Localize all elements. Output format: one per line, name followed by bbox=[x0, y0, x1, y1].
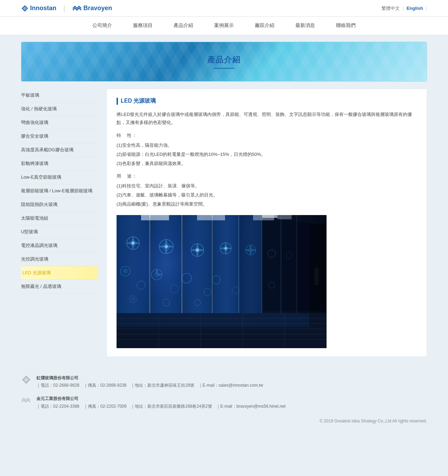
lang-separator2: | bbox=[426, 6, 427, 11]
led-glass-svg bbox=[117, 215, 327, 348]
logo-innostan[interactable]: Innostan bbox=[21, 5, 56, 12]
logo-area: Innostan | Bravoyen bbox=[21, 4, 112, 12]
svg-rect-58 bbox=[310, 224, 327, 311]
glass-panels bbox=[117, 215, 327, 348]
company2-address: 新北市新莊區新樂路268巷24弄2號 bbox=[147, 404, 212, 409]
svg-rect-54 bbox=[281, 220, 297, 311]
features-content: (1)安全性高，隔音能力強。 (2)節省能源：白光LED的耗電量是一般燈泡的10… bbox=[117, 141, 417, 168]
hero-title: 產品介紹 bbox=[28, 55, 420, 65]
svg-point-60 bbox=[314, 267, 318, 271]
footer-company1-details: ｜電話：02-2668-9628 ｜傳真：02-2668-9238 ｜地址：新北… bbox=[36, 383, 263, 388]
language-area: 繁體中文 | English | bbox=[382, 5, 427, 12]
sidebar-item-curved[interactable]: 彎曲強化玻璃 bbox=[21, 116, 98, 130]
navigation: 公司簡介 服務項目 產品介紹 案例展示 廠區介紹 最新消息 聯絡我們 bbox=[0, 17, 448, 35]
sidebar-item-lcd[interactable]: 電控液晶調光玻璃 bbox=[21, 239, 98, 253]
svg-rect-50 bbox=[262, 219, 281, 311]
content-title-text: LED 光源玻璃 bbox=[121, 97, 156, 105]
sidebar-item-ceramic[interactable]: 彩釉烤漆玻璃 bbox=[21, 157, 98, 171]
footer-company2: 金元工業股份有限公司 ｜電話：02-2204-3388 ｜傳真：02-2202-… bbox=[21, 395, 427, 410]
footer-company2-name: 金元工業股份有限公司 bbox=[36, 396, 78, 401]
lang-en[interactable]: English bbox=[407, 6, 423, 11]
nav-news[interactable]: 最新消息 bbox=[295, 17, 315, 35]
svg-rect-74 bbox=[253, 215, 274, 220]
company2-tel: 02-2204-3388 bbox=[53, 404, 79, 409]
svg-rect-38 bbox=[213, 215, 239, 313]
svg-rect-76 bbox=[117, 215, 215, 313]
footer-logo-bravoyen bbox=[21, 395, 31, 406]
sidebar-item-led[interactable]: LED 光源玻璃 bbox=[21, 266, 98, 280]
company1-address: 新北市蘆林區味王街28號 bbox=[147, 383, 194, 388]
content-title: LED 光源玻璃 bbox=[117, 97, 417, 105]
sidebar-item-fireproof[interactable]: 阻焰阻熱防火玻璃 bbox=[21, 198, 98, 212]
company1-fax: 02-2668-9238 bbox=[100, 383, 127, 388]
svg-rect-71 bbox=[117, 313, 309, 327]
footer-company2-info: 金元工業股份有限公司 ｜電話：02-2204-3388 ｜傳真：02-2202-… bbox=[36, 395, 286, 410]
footer: 虹燿玻璃股份有限公司 ｜電話：02-2668-9628 ｜傳真：02-2668-… bbox=[0, 364, 448, 430]
logo-divider: | bbox=[63, 4, 65, 12]
footer-company1: 虹燿玻璃股份有限公司 ｜電話：02-2668-9628 ｜傳真：02-2668-… bbox=[21, 374, 427, 389]
svg-rect-56 bbox=[296, 215, 297, 313]
use-item-1: (1)科技住宅、室內設計、裝潢、傢俱等。 bbox=[117, 181, 417, 191]
sidebar-item-light-control[interactable]: 光控調光玻璃 bbox=[21, 253, 98, 266]
svg-rect-49 bbox=[261, 215, 262, 313]
footer-logo-innostan bbox=[21, 374, 31, 385]
header: Innostan | Bravoyen 繁體中文 | English | bbox=[0, 0, 448, 17]
feature-item-1: (1)安全性高，隔音能力強。 bbox=[117, 141, 417, 150]
nav-factory[interactable]: 廠區介紹 bbox=[255, 17, 274, 35]
features-label: 特 性： bbox=[117, 132, 417, 139]
sidebar: 平板玻璃 強化 / 熱硬化玻璃 彎曲強化玻璃 膠合安全玻璃 高強度高承載DG膠合… bbox=[21, 89, 98, 294]
bravoyen-logo-icon bbox=[72, 5, 82, 12]
svg-rect-46 bbox=[239, 215, 262, 313]
lang-separator: | bbox=[402, 6, 404, 11]
innostan-label: Innostan bbox=[30, 5, 56, 12]
nav-cases[interactable]: 案例展示 bbox=[214, 17, 234, 35]
footer-copyright: © 2019 Greatest Idea Strategy Co.,Ltd Al… bbox=[21, 416, 427, 423]
svg-rect-53 bbox=[281, 215, 281, 313]
svg-point-41 bbox=[224, 247, 227, 250]
content-intro: 將LED發光元件嵌入於膠合玻璃中或複層玻璃內側旁，具節能、可透視、照明、裝飾、文… bbox=[117, 110, 417, 127]
sidebar-item-infinity[interactable]: 無限霧光 / 晶透玻璃 bbox=[21, 280, 98, 294]
company1-email: sales@innostan.com.tw bbox=[219, 383, 263, 388]
svg-rect-44 bbox=[238, 215, 239, 313]
sidebar-item-multilayer[interactable]: 複層節能玻璃 / Low-E複層節能玻璃 bbox=[21, 184, 98, 198]
svg-rect-59 bbox=[314, 271, 318, 285]
company1-tel: 02-2668-9628 bbox=[53, 383, 79, 388]
logo-bravoyen[interactable]: Bravoyen bbox=[72, 5, 112, 12]
main-container: 平板玻璃 強化 / 熱硬化玻璃 彎曲強化玻璃 膠合安全玻璃 高強度高承載DG膠合… bbox=[21, 89, 427, 357]
sidebar-item-dg[interactable]: 高強度高承載DG膠合玻璃 bbox=[21, 143, 98, 157]
footer-company1-info: 虹燿玻璃股份有限公司 ｜電話：02-2668-9628 ｜傳真：02-2668-… bbox=[36, 374, 263, 389]
sidebar-item-flat-glass[interactable]: 平板玻璃 bbox=[21, 89, 98, 102]
company2-fax: 02-2202-7009 bbox=[100, 404, 127, 409]
svg-rect-57 bbox=[297, 222, 310, 311]
innostan-diamond-icon bbox=[21, 5, 29, 12]
uses-label: 用 途： bbox=[117, 173, 417, 179]
feature-item-3: (3)色彩多變，兼具節能與溫效果。 bbox=[117, 159, 417, 168]
hero-underline bbox=[214, 68, 234, 69]
nav-products[interactable]: 產品介紹 bbox=[174, 17, 193, 35]
sidebar-item-u-shape[interactable]: U型玻璃 bbox=[21, 225, 98, 239]
use-item-2: (2)汽車、遊艇、玻璃帷幕牆等，吸引眾人的目光。 bbox=[117, 191, 417, 200]
company2-email: bravoyen@ms56.hinet.net bbox=[237, 404, 286, 409]
hero-banner: 產品介紹 bbox=[21, 42, 427, 82]
feature-item-2: (2)節省能源：白光LED的耗電量是一般燈泡的10%~15%，日光燈的50%。 bbox=[117, 150, 417, 159]
bravoyen-label: Bravoyen bbox=[83, 5, 112, 12]
content-area: LED 光源玻璃 將LED發光元件嵌入於膠合玻璃中或複層玻璃內側旁，具節能、可透… bbox=[106, 89, 427, 357]
footer-company2-details: ｜電話：02-2204-3388 ｜傳真：02-2202-7009 ｜地址：新北… bbox=[36, 404, 286, 409]
use-item-3: (3)商品櫥櫃(窗)、意象景觀設計等商業空間。 bbox=[117, 200, 417, 209]
svg-rect-75 bbox=[278, 215, 292, 219]
nav-services[interactable]: 服務項目 bbox=[133, 17, 153, 35]
sidebar-item-laminated[interactable]: 膠合安全玻璃 bbox=[21, 130, 98, 143]
sidebar-item-tempered[interactable]: 強化 / 熱硬化玻璃 bbox=[21, 102, 98, 116]
nav-about[interactable]: 公司簡介 bbox=[92, 17, 112, 35]
uses-content: (1)科技住宅、室內設計、裝潢、傢俱等。 (2)汽車、遊艇、玻璃帷幕牆等，吸引眾… bbox=[117, 181, 417, 209]
sidebar-item-lowe[interactable]: Low-E真空節能玻璃 bbox=[21, 171, 98, 184]
lang-zh[interactable]: 繁體中文 bbox=[382, 5, 400, 12]
sidebar-item-solar[interactable]: 太陽能電池組 bbox=[21, 212, 98, 225]
title-bar-icon bbox=[117, 98, 118, 105]
footer-company1-name: 虹燿玻璃股份有限公司 bbox=[36, 375, 78, 380]
product-image bbox=[117, 215, 327, 348]
nav-contact[interactable]: 聯絡我們 bbox=[336, 17, 356, 35]
